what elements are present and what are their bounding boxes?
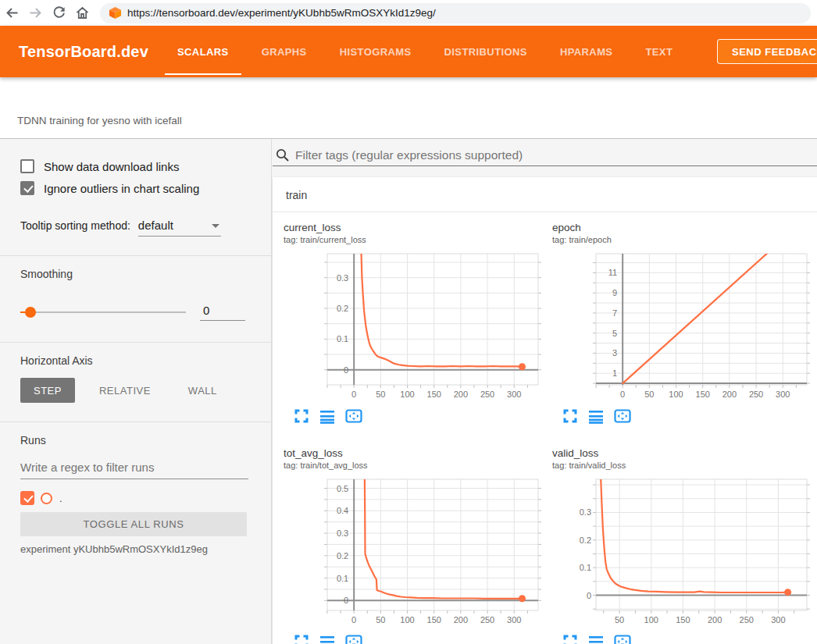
svg-text:200: 200	[454, 615, 468, 624]
line-chart-svg[interactable]: 00.10.20.3050100150200250300	[282, 249, 543, 402]
svg-text:0.4: 0.4	[337, 506, 348, 515]
smoothing-slider[interactable]	[20, 311, 186, 313]
show-download-links-row[interactable]: Show data download links	[20, 159, 254, 173]
fit-domain-icon[interactable]	[614, 634, 631, 644]
svg-text:250: 250	[740, 615, 754, 624]
forward-icon[interactable]	[23, 3, 47, 23]
chart-card-tot-avg-loss: tot_avg_loss tag: train/tot_avg_loss 00.…	[282, 447, 551, 644]
smoothing-slider-thumb[interactable]	[25, 307, 36, 318]
svg-text:150: 150	[676, 615, 690, 624]
fullscreen-icon[interactable]	[294, 408, 309, 424]
axis-button-wall[interactable]: WALL	[175, 378, 230, 403]
svg-text:150: 150	[427, 390, 441, 399]
run-color-swatch	[41, 493, 52, 504]
svg-text:0: 0	[351, 615, 356, 624]
line-chart-svg[interactable]: 00.10.20.30.40.5050100150200250300	[282, 475, 543, 628]
smoothing-value[interactable]: 0	[200, 304, 245, 321]
svg-text:5: 5	[612, 329, 617, 338]
chart-actions	[282, 408, 551, 424]
svg-text:1: 1	[612, 368, 617, 378]
filter-tags-row	[273, 144, 817, 166]
charts-grid: current_loss tag: train/current_loss 00.…	[273, 212, 817, 644]
filter-tags-input[interactable]	[295, 148, 817, 162]
fit-domain-icon[interactable]	[345, 634, 362, 644]
axis-button-relative[interactable]: RELATIVE	[86, 378, 164, 403]
svg-text:0.3: 0.3	[337, 273, 348, 283]
tooltip-sorting-value: default	[138, 219, 173, 232]
chart-title: valid_loss	[551, 447, 817, 459]
fullscreen-icon[interactable]	[562, 634, 578, 644]
chart-actions	[551, 634, 817, 644]
svg-text:0.2: 0.2	[337, 551, 348, 560]
chart-title: current_loss	[282, 222, 551, 233]
smoothing-slider-row: 0	[20, 304, 254, 321]
home-icon[interactable]	[70, 3, 94, 23]
svg-text:0: 0	[351, 390, 356, 399]
svg-text:250: 250	[480, 615, 494, 624]
section-header-train[interactable]: train	[273, 177, 817, 212]
svg-text:9: 9	[612, 288, 617, 297]
svg-text:0: 0	[344, 596, 348, 605]
svg-text:300: 300	[771, 615, 785, 624]
run-row[interactable]: .	[20, 491, 254, 505]
address-bar[interactable]: https://tensorboard.dev/experiment/yKUbh…	[100, 3, 811, 23]
svg-text:7: 7	[612, 308, 617, 318]
tab-hparams[interactable]: HPARAMS	[548, 26, 626, 77]
reload-icon[interactable]	[47, 3, 70, 23]
tooltip-sorting-row: Tooltip sorting method: default	[20, 219, 254, 237]
svg-text:0.1: 0.1	[580, 563, 591, 572]
tab-histograms[interactable]: HISTOGRAMS	[327, 26, 424, 77]
chart-tag: tag: train/tot_avg_loss	[282, 461, 551, 470]
svg-text:0.1: 0.1	[337, 334, 348, 343]
page: https://tensorboard.dev/experiment/yKUbh…	[0, 0, 817, 644]
log-scale-icon[interactable]	[319, 634, 335, 644]
ignore-outliers-row[interactable]: Ignore outliers in chart scaling	[20, 181, 254, 195]
back-icon[interactable]	[0, 3, 23, 23]
fit-domain-icon[interactable]	[345, 408, 362, 424]
tooltip-sorting-dropdown[interactable]: default	[138, 219, 221, 237]
ignore-outliers-checkbox[interactable]	[20, 181, 34, 195]
send-feedback-button[interactable]: SEND FEEDBACK	[717, 39, 817, 64]
axis-button-step[interactable]: STEP	[20, 378, 75, 403]
chart-tag: tag: train/valid_loss	[551, 461, 817, 470]
tensorboard-favicon-icon	[109, 7, 121, 19]
url-text[interactable]: https://tensorboard.dev/experiment/yKUbh…	[127, 7, 436, 19]
svg-text:11: 11	[608, 268, 617, 277]
brand-logo[interactable]: TensorBoard.dev	[19, 26, 148, 77]
chart-actions	[551, 408, 817, 424]
svg-text:150: 150	[427, 615, 441, 624]
toggle-all-runs-button[interactable]: TOGGLE ALL RUNS	[20, 512, 247, 536]
runs-label: Runs	[20, 434, 254, 447]
tab-scalars[interactable]: SCALARS	[165, 26, 241, 77]
fit-domain-icon[interactable]	[614, 408, 631, 424]
tab-graphs[interactable]: GRAPHS	[249, 26, 319, 77]
svg-text:300: 300	[507, 615, 521, 624]
tab-distributions[interactable]: DISTRIBUTIONS	[432, 26, 540, 77]
chart-title: epoch	[551, 222, 817, 233]
browser-toolbar: https://tensorboard.dev/experiment/yKUbh…	[0, 0, 817, 26]
line-chart-svg[interactable]: 00.10.20.350100150200250300	[551, 475, 812, 628]
log-scale-icon[interactable]	[319, 408, 335, 424]
svg-text:0.2: 0.2	[580, 535, 591, 545]
show-download-links-checkbox[interactable]	[20, 159, 34, 173]
fullscreen-icon[interactable]	[562, 408, 578, 424]
experiment-id-line: experiment yKUbhb5wRmOSXYkId1z9eg	[20, 543, 254, 555]
svg-text:0.3: 0.3	[580, 507, 591, 517]
fullscreen-icon[interactable]	[294, 634, 309, 644]
tab-text[interactable]: TEXT	[633, 26, 685, 77]
log-scale-icon[interactable]	[588, 634, 604, 644]
horizontal-axis-label: Horizontal Axis	[20, 354, 254, 367]
divider	[0, 342, 271, 343]
svg-text:0: 0	[344, 365, 348, 375]
runs-regex-input[interactable]	[20, 459, 248, 479]
search-icon	[276, 148, 289, 162]
chart-card-epoch: epoch tag: train/epoch 13579110501001502…	[551, 222, 817, 424]
log-scale-icon[interactable]	[588, 408, 604, 424]
run-checkbox[interactable]	[20, 491, 34, 505]
checkbox-label: Show data download links	[44, 160, 179, 173]
svg-text:50: 50	[376, 390, 385, 399]
svg-text:50: 50	[644, 390, 654, 399]
sidebar: Show data download links Ignore outliers…	[0, 139, 272, 644]
line-chart-svg[interactable]: 1357911050100150200250300	[551, 249, 812, 402]
chart-card-valid-loss: valid_loss tag: train/valid_loss 00.10.2…	[551, 447, 817, 644]
